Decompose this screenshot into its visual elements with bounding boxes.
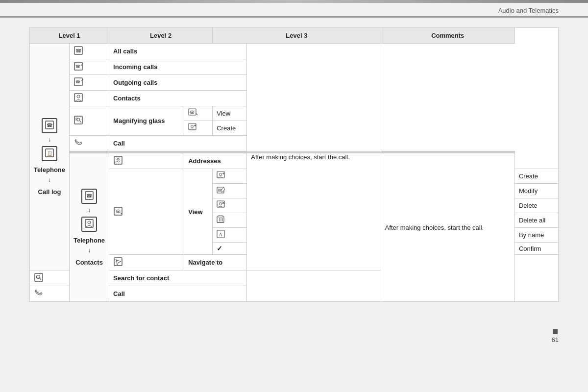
level2-icon-navigate xyxy=(109,255,184,270)
svg-rect-12 xyxy=(74,94,82,101)
comment-section2: After making choices, start the call. xyxy=(381,153,514,302)
svg-text:☎: ☎ xyxy=(47,122,52,128)
level2-icon-outgoing: ☎ ↗ xyxy=(70,75,109,91)
svg-text:☎: ☎ xyxy=(75,80,80,84)
arrow-down: ↓ xyxy=(48,136,51,143)
col-header-level3: Level 3 xyxy=(213,28,381,44)
level2-allcalls-label: All calls xyxy=(109,44,247,59)
level3-view1-label: View xyxy=(213,106,247,121)
contacts-icon2 xyxy=(81,217,97,232)
telephone-icon: ☎ xyxy=(42,118,57,133)
level1-calllog-label: Call log xyxy=(38,188,61,196)
svg-rect-49 xyxy=(218,216,223,217)
level3-deleteall-label: Delete all xyxy=(514,213,558,228)
level2-icon-searchcontact: abc xyxy=(30,270,70,286)
level2-icon-addresses xyxy=(109,153,184,169)
level1-icons-section2: ☎ ↓ Telephone ↓ C xyxy=(70,153,109,302)
svg-text:📋: 📋 xyxy=(47,150,53,156)
level2-call1-label: Call xyxy=(109,136,247,151)
level2-searchcontact-label: Search for contact xyxy=(109,270,247,286)
level2-outgoing-label: Outgoing calls xyxy=(109,75,247,91)
footer: 61 xyxy=(0,321,588,351)
level1-icons-section1: ☎ ↓ 📋 Telephone ↓ Cal xyxy=(30,44,70,270)
telephone-icon2: ☎ xyxy=(81,189,97,204)
level3-icon-byname: A xyxy=(213,228,247,243)
level2-icon-call1 xyxy=(70,136,109,151)
calllog-icon: 📋 xyxy=(42,146,57,161)
col-header-comments: Comments xyxy=(381,28,514,44)
level2-incoming-label: Incoming calls xyxy=(109,59,247,75)
level2-icon-magnifying xyxy=(70,106,109,136)
svg-point-35 xyxy=(118,210,119,212)
main-table: Level 1 Level 2 Level 3 Comments ☎ xyxy=(29,27,559,302)
svg-text:↙: ↙ xyxy=(80,62,84,67)
col-header-level2: Level 2 xyxy=(109,28,213,44)
level2-call2-label: Call xyxy=(109,286,247,302)
svg-text:☎: ☎ xyxy=(86,193,92,198)
content-area: Level 1 Level 2 Level 3 Comments ☎ xyxy=(0,18,588,321)
col-header-level1: Level 1 xyxy=(30,28,109,44)
table-row: ☎ ↓ 📋 Telephone ↓ Cal xyxy=(30,44,559,59)
level3-icon-create2 xyxy=(213,169,247,184)
level3-icon-modify xyxy=(213,184,247,198)
level3-icon-view1 xyxy=(184,106,213,121)
svg-rect-29 xyxy=(85,220,93,227)
level3-icon-delete xyxy=(213,198,247,213)
level3-byname-label: By name xyxy=(514,228,558,243)
level1-telephone-label: Telephone xyxy=(34,166,65,173)
level2-icon-allcalls: ☎ xyxy=(70,44,109,59)
page-title: Audio and Telematics xyxy=(498,7,559,14)
level2-icon-incoming: ☎ ↙ xyxy=(70,59,109,75)
level2-icon-call2 xyxy=(30,286,70,302)
page-indicator-square xyxy=(553,329,558,334)
svg-text:☎: ☎ xyxy=(75,48,81,53)
svg-rect-48 xyxy=(217,217,224,222)
svg-text:abc: abc xyxy=(36,276,41,279)
level3-create1-label: Create xyxy=(213,121,247,136)
level3-icon-deleteall xyxy=(213,213,247,228)
level3-create2-label: Create xyxy=(514,169,558,184)
svg-text:A: A xyxy=(219,232,223,237)
level2-magnifying-label: Magnifying glass xyxy=(109,106,184,136)
level3-modify-label: Modify xyxy=(514,184,558,198)
page-header: Audio and Telematics xyxy=(0,3,588,18)
page-number: 61 xyxy=(552,336,559,343)
level2-view-label: View xyxy=(184,169,213,255)
svg-text:☎: ☎ xyxy=(75,64,80,69)
level3-icon-create1 xyxy=(184,121,213,136)
level2-contacts-label: Contacts xyxy=(109,91,247,106)
level2-icon-view xyxy=(109,169,184,255)
level3-confirm-label: Confirm xyxy=(514,243,558,255)
allcalls-text: All calls xyxy=(113,48,137,55)
level2-navigate-label: Navigate to xyxy=(184,255,381,270)
level3-delete-label: Delete xyxy=(514,198,558,213)
svg-point-22 xyxy=(192,112,193,113)
level2-icon-contacts xyxy=(70,91,109,106)
arrow-down2: ↓ xyxy=(48,176,51,183)
svg-text:↗: ↗ xyxy=(80,78,84,82)
level3-icon-confirm: ✓ xyxy=(213,243,247,255)
